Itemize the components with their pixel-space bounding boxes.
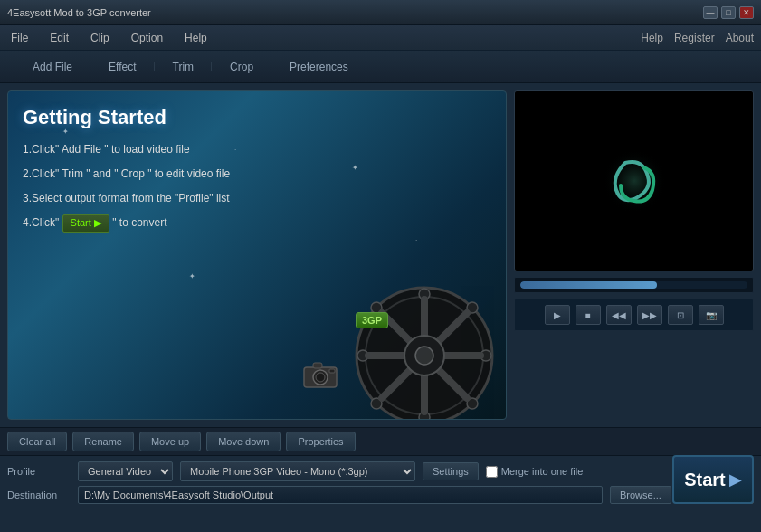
profile-select[interactable]: General Video (78, 461, 173, 481)
svg-rect-23 (313, 363, 322, 368)
film-reel-decoration (352, 283, 497, 420)
menu-file[interactable]: File (7, 30, 32, 46)
app-title: 4Easysott Mod to 3GP converter (7, 7, 151, 18)
forward-button[interactable]: ▶▶ (637, 305, 662, 325)
toolbar-effect[interactable]: Effect (90, 55, 154, 79)
start-button[interactable]: Start ▶ (672, 455, 754, 504)
close-button[interactable]: ✕ (739, 6, 754, 19)
right-panel: ▶ ■ ◀◀ ▶▶ ⊡ 📷 (514, 90, 754, 420)
merge-check: Merge into one file (486, 466, 584, 478)
svg-point-19 (415, 347, 433, 365)
toolbar-add-file[interactable]: Add File (14, 55, 90, 79)
gs-step-2: 2.Click" Trim " and " Crop " to edit vid… (23, 166, 491, 182)
seek-fill (520, 281, 657, 289)
seek-bar[interactable] (520, 281, 747, 289)
rename-button[interactable]: Rename (72, 432, 134, 451)
maximize-button[interactable]: □ (721, 6, 736, 19)
play-button[interactable]: ▶ (545, 305, 570, 325)
badge-3gp: 3GP (356, 312, 388, 328)
properties-button[interactable]: Properties (286, 432, 355, 451)
menu-help[interactable]: Help (181, 30, 211, 46)
toolbar-preferences[interactable]: Preferences (271, 55, 366, 79)
menu-bar: File Edit Clip Option Help Help Register… (0, 25, 761, 51)
minimize-button[interactable]: — (703, 6, 718, 19)
start-button-label: Start (684, 470, 726, 490)
menu-help-right[interactable]: Help (641, 32, 663, 44)
menu-left: File Edit Clip Option Help (7, 30, 211, 46)
svg-point-25 (603, 149, 666, 213)
seek-bar-container (514, 277, 754, 293)
browse-button[interactable]: Browse... (610, 486, 671, 504)
menu-right: Help Register About (641, 32, 754, 44)
app-logo (598, 145, 671, 217)
stop-button[interactable]: ■ (576, 305, 601, 325)
gs-step-3: 3.Select output format from the "Profile… (23, 191, 491, 206)
toolbar: Add File Effect Trim Crop Preferences (0, 51, 761, 83)
profile-label: Profile (7, 466, 71, 477)
settings-button[interactable]: Settings (423, 462, 479, 480)
playback-controls: ▶ ■ ◀◀ ▶▶ ⊡ 📷 (514, 299, 754, 331)
menu-register[interactable]: Register (674, 32, 715, 44)
move-up-button[interactable]: Move up (139, 432, 201, 451)
gs-title: Getting Started (23, 106, 491, 129)
destination-input[interactable] (78, 486, 603, 504)
merge-checkbox[interactable] (486, 466, 498, 478)
svg-point-22 (316, 373, 325, 382)
camera-decoration (302, 360, 338, 392)
main-content: ✦ ✦ · ✦ · · Getting Started 1.Click" Add… (0, 83, 761, 427)
svg-rect-24 (329, 369, 335, 373)
clear-all-button[interactable]: Clear all (7, 432, 67, 451)
gs-step-1: 1.Click" Add File " to load video file (23, 142, 491, 157)
profile-row: Profile General Video Mobile Phone 3GP V… (7, 461, 754, 481)
action-bar: Clear all Rename Move up Move down Prope… (0, 427, 761, 455)
menu-edit[interactable]: Edit (46, 30, 72, 46)
snapshot-button[interactable]: ⊡ (668, 305, 693, 325)
menu-option[interactable]: Option (128, 30, 166, 46)
format-select[interactable]: Mobile Phone 3GP Video - Mono (*.3gp) (180, 461, 415, 481)
toolbar-crop[interactable]: Crop (212, 55, 271, 79)
start-arrow-icon: ▶ (729, 470, 742, 489)
gs-step-4: 4.Click" Start ▶ " to convert (23, 214, 491, 232)
preview-panel: ✦ ✦ · ✦ · · Getting Started 1.Click" Add… (7, 90, 507, 420)
toolbar-trim[interactable]: Trim (155, 55, 213, 79)
rewind-button[interactable]: ◀◀ (606, 305, 632, 325)
move-down-button[interactable]: Move down (206, 432, 281, 451)
menu-about[interactable]: About (726, 32, 754, 44)
destination-row: Destination Browse... Open Folder (7, 486, 754, 504)
video-preview (514, 90, 754, 271)
getting-started: Getting Started 1.Click" Add File " to l… (23, 106, 491, 242)
title-bar: 4Easysott Mod to 3GP converter — □ ✕ (0, 0, 761, 25)
menu-clip[interactable]: Clip (87, 30, 113, 46)
settings-bar: Profile General Video Mobile Phone 3GP V… (0, 455, 761, 509)
window-controls: — □ ✕ (703, 6, 754, 19)
volume-button[interactable]: 📷 (699, 305, 724, 325)
merge-label: Merge into one file (501, 466, 584, 477)
destination-label: Destination (7, 489, 71, 500)
start-inline-btn: Start ▶ (62, 214, 109, 232)
